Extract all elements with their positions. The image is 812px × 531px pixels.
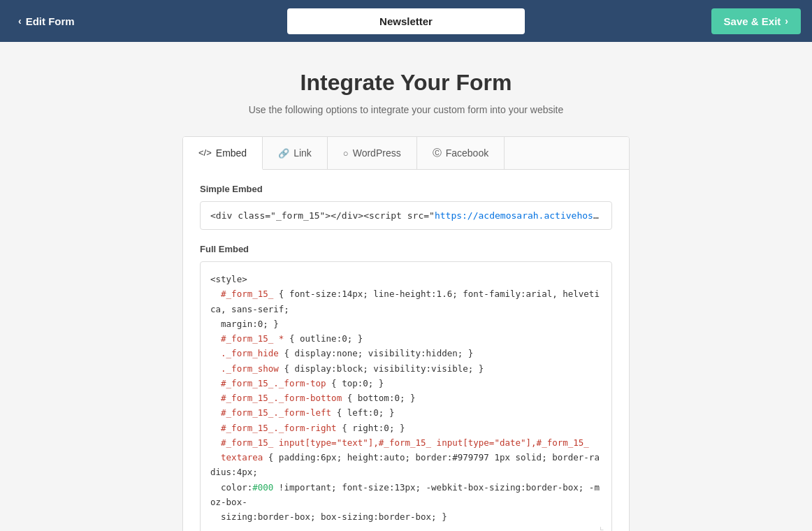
chevron-right-icon: › [785, 15, 788, 27]
code-line-9: #_form_15_._form-left { left:0; } [210, 405, 602, 420]
code-line-7: #_form_15_._form-top { top:0; } [210, 376, 602, 391]
embed-tab-content: Simple Embed <div class="_form_15"></div… [183, 170, 629, 531]
tab-embed-label: Embed [216, 147, 247, 159]
facebook-icon: Ⓒ [433, 147, 442, 159]
code-line-1: <style> [210, 272, 602, 286]
simple-embed-label: Simple Embed [200, 184, 612, 194]
code-line-2: #_form_15_ { font-size:14px; line-height… [210, 286, 602, 317]
app-header: ‹ Edit Form Newsletter Save & Exit › [0, 0, 812, 42]
integration-card: </> Embed 🔗 Link ○ WordPress Ⓒ Facebook … [182, 136, 630, 531]
simple-embed-url: https://acdemosarah.activehosted.com/f/ [435, 210, 612, 221]
tab-bar: </> Embed 🔗 Link ○ WordPress Ⓒ Facebook [183, 137, 629, 170]
chevron-left-icon: ‹ [18, 15, 22, 27]
page-subheading: Use the following options to integrate y… [182, 104, 630, 115]
link-icon: 🔗 [278, 148, 289, 159]
code-line-10: #_form_15_._form-right { right:0; } [210, 421, 602, 435]
code-line-5: ._form_hide { display:none; visibility:h… [210, 346, 602, 361]
tab-link[interactable]: 🔗 Link [263, 137, 328, 169]
tab-facebook-label: Facebook [446, 147, 488, 159]
code-line-14: sizing:border-box; box-sizing:border-box… [210, 509, 602, 524]
resize-handle[interactable]: ⌞ [599, 521, 609, 531]
form-title: Newsletter [287, 8, 525, 34]
save-exit-button[interactable]: Save & Exit › [711, 8, 801, 34]
tab-facebook[interactable]: Ⓒ Facebook [417, 137, 505, 169]
code-line-11: #_form_15_ input[type="text"],#_form_15_… [210, 435, 602, 450]
tab-link-label: Link [293, 147, 312, 159]
page-heading: Integrate Your Form [182, 70, 630, 96]
tab-embed[interactable]: </> Embed [183, 137, 263, 170]
simple-embed-code-start: <div class="_form_15"></div><script src=… [210, 210, 435, 221]
code-icon: </> [198, 147, 212, 158]
header-center: Newsletter [287, 8, 525, 34]
code-line-8: #_form_15_._form-bottom { bottom:0; } [210, 391, 602, 405]
wordpress-icon: ○ [343, 148, 349, 159]
code-line-13: color:#000 !important; font-size:13px; -… [210, 480, 602, 510]
code-line-6: ._form_show { display:block; visibility:… [210, 361, 602, 376]
main-content: Integrate Your Form Use the following op… [168, 42, 644, 531]
save-exit-label: Save & Exit [724, 15, 781, 27]
header-left: ‹ Edit Form [11, 11, 82, 31]
edit-form-label: Edit Form [26, 15, 75, 27]
full-embed-label: Full Embed [200, 244, 612, 254]
tab-wordpress[interactable]: ○ WordPress [328, 137, 417, 169]
code-line-3: margin:0; } [210, 317, 602, 331]
edit-form-button[interactable]: ‹ Edit Form [11, 11, 82, 31]
code-line-4: #_form_15_ * { outline:0; } [210, 331, 602, 346]
code-line-12: textarea { padding:6px; height:auto; bor… [210, 450, 602, 480]
tab-wordpress-label: WordPress [353, 147, 401, 159]
simple-embed-code-box[interactable]: <div class="_form_15"></div><script src=… [200, 201, 612, 230]
full-embed-code-box[interactable]: <style> #_form_15_ { font-size:14px; lin… [200, 261, 612, 531]
